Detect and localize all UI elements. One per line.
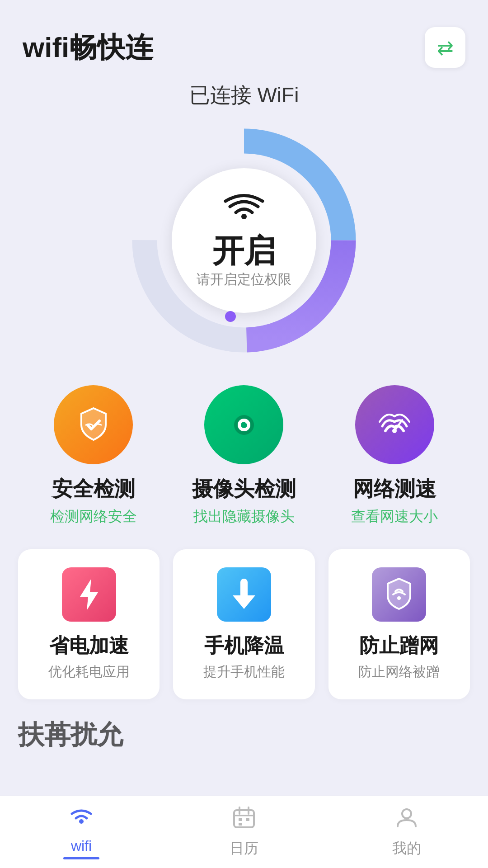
camera-icon — [224, 405, 264, 445]
calendar-nav-label: 日历 — [230, 839, 258, 859]
speed-icon — [374, 405, 415, 445]
speed-circle — [355, 385, 434, 464]
battery-icon-box — [62, 567, 116, 622]
partial-label: 扶苒扰允 — [18, 717, 470, 753]
speed-name: 网络测速 — [353, 475, 436, 503]
card-battery[interactable]: 省电加速 优化耗电应用 — [18, 549, 160, 699]
battery-icon — [75, 576, 103, 613]
nav-profile[interactable]: 我的 — [325, 806, 488, 859]
security-name: 安全检测 — [52, 475, 135, 503]
donut-chart[interactable]: 开启 请开启定位权限 — [127, 123, 361, 358]
cool-desc: 提升手机性能 — [203, 663, 285, 681]
calendar-nav-icon — [232, 806, 256, 835]
svg-rect-13 — [234, 810, 254, 827]
svg-rect-18 — [246, 818, 249, 821]
svg-point-20 — [402, 809, 411, 818]
header: wifi畅快连 ⇄ — [0, 0, 488, 81]
wifi-nav-icon — [69, 805, 94, 834]
svg-marker-9 — [80, 579, 98, 610]
open-label: 开启 — [212, 235, 276, 267]
protect-icon-box — [372, 567, 426, 622]
battery-name: 省电加速 — [49, 632, 129, 659]
features-top-row: 安全检测 检测网络安全 摄像头检测 找出隐藏摄像头 — [0, 385, 488, 527]
partial-section: 扶苒扰允 — [0, 717, 488, 753]
app-title: wifi畅快连 — [23, 28, 153, 66]
transfer-icon: ⇄ — [437, 36, 454, 59]
card-protect[interactable]: 防止蹭网 防止网络被蹭 — [328, 549, 470, 699]
wifi-icon-center — [224, 192, 264, 231]
protect-icon — [383, 576, 415, 613]
camera-name: 摄像头检测 — [192, 475, 296, 503]
nav-calendar[interactable]: 日历 — [163, 806, 325, 859]
donut-indicator — [225, 311, 236, 322]
location-permission-label: 请开启定位权限 — [197, 270, 291, 289]
transfer-button[interactable]: ⇄ — [425, 27, 465, 68]
svg-point-12 — [397, 596, 401, 600]
bottom-nav: wifi 日历 我的 — [0, 796, 488, 868]
protect-name: 防止蹭网 — [359, 632, 439, 659]
security-icon — [73, 405, 114, 445]
security-desc: 检测网络安全 — [50, 507, 137, 527]
cool-name: 手机降温 — [204, 632, 284, 659]
svg-rect-17 — [239, 818, 242, 821]
protect-desc: 防止网络被蹭 — [358, 663, 440, 681]
feature-camera[interactable]: 摄像头检测 找出隐藏摄像头 — [181, 385, 307, 527]
camera-circle — [204, 385, 283, 464]
wifi-nav-label: wifi — [71, 838, 92, 854]
feature-security[interactable]: 安全检测 检测网络安全 — [30, 385, 157, 527]
feature-speed[interactable]: 网络测速 查看网速大小 — [331, 385, 458, 527]
svg-rect-19 — [239, 823, 242, 826]
cool-icon-box — [217, 567, 271, 622]
profile-nav-label: 我的 — [392, 839, 421, 859]
cool-icon — [230, 576, 258, 613]
connected-label: 已连接 WiFi — [0, 81, 488, 109]
profile-nav-icon — [395, 806, 418, 835]
security-circle — [54, 385, 133, 464]
battery-desc: 优化耗电应用 — [48, 663, 130, 681]
card-cool[interactable]: 手机降温 提升手机性能 — [173, 549, 314, 699]
nav-wifi[interactable]: wifi — [0, 805, 163, 859]
camera-desc: 找出隐藏摄像头 — [193, 507, 295, 527]
donut-center[interactable]: 开启 请开启定位权限 — [172, 168, 316, 313]
speed-desc: 查看网速大小 — [351, 507, 438, 527]
features-cards-row: 省电加速 优化耗电应用 手机降温 提升手机性能 防止蹭网 防止网络被蹭 — [0, 549, 488, 699]
svg-point-6 — [245, 421, 248, 424]
svg-marker-11 — [233, 595, 255, 609]
